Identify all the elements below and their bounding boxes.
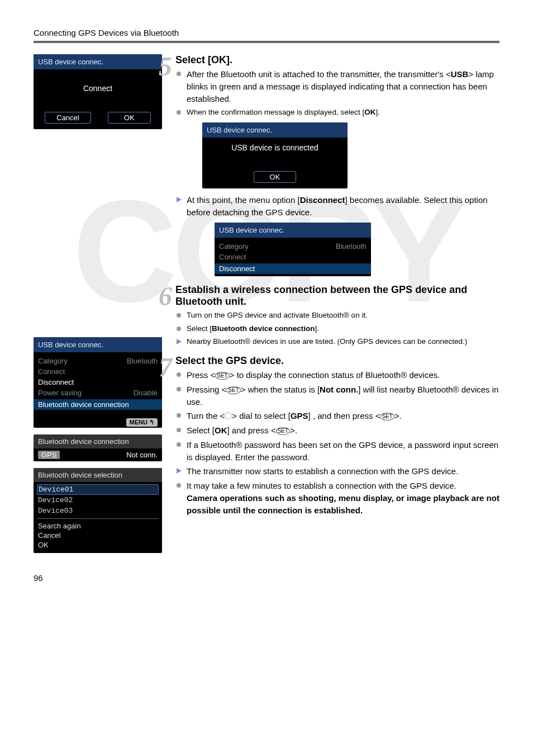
- screen2-highlight[interactable]: Bluetooth device connection: [38, 400, 129, 409]
- camera-screen-connect: USB device connec. Connect Cancel OK: [34, 54, 162, 129]
- screen1-ok-button[interactable]: OK: [108, 112, 151, 124]
- inset2-row0-value: Bluetooth: [336, 242, 367, 251]
- set-icon: SET: [215, 372, 229, 380]
- step5-heading: Select [OK].: [175, 54, 499, 66]
- step7-bullet-4: Select [OK] and press <SET>.: [185, 424, 499, 437]
- camera-screen-bt-connection: Bluetooth device connection GPS Not conn…: [34, 434, 162, 461]
- screen2-row1-label: Connect: [38, 367, 65, 376]
- step7-heading: Select the GPS device.: [175, 355, 499, 367]
- step6-heading: Establish a wireless connection between …: [175, 284, 499, 308]
- device-item-2[interactable]: Device03: [34, 505, 162, 516]
- screen3-title: Bluetooth device connection: [34, 434, 162, 448]
- step6-bullet-1: Turn on the GPS device and activate Blue…: [185, 310, 499, 321]
- inset2-highlight[interactable]: Disconnect: [219, 264, 255, 273]
- page-number: 96: [34, 573, 499, 583]
- page-header-title: Connecting GPS Devices via Bluetooth: [34, 28, 499, 37]
- step5-bullet-1: After the Bluetooth unit is attached to …: [185, 68, 499, 105]
- step6-bullet-3: Nearby Bluetooth® devices in use are lis…: [185, 336, 499, 347]
- device-separator: [37, 518, 159, 519]
- menu-back-badge[interactable]: MENU ↰: [126, 418, 158, 427]
- screen2-row2-label[interactable]: Disconnect: [38, 378, 74, 386]
- set-icon: SET: [276, 427, 290, 435]
- inset2-row0-label: Category: [219, 242, 249, 251]
- step7-bullet-1: Press <SET> to display the connection st…: [185, 369, 499, 381]
- step7-bullet-3: Turn the <> dial to select [GPS] , and t…: [185, 410, 499, 422]
- screen2-row0-label: Category: [38, 357, 68, 365]
- inset1-message: USB device is connected: [202, 138, 348, 171]
- step7-bullet-5: If a Bluetooth® password has been set on…: [185, 439, 499, 464]
- screen2-row3-value: Disable: [134, 389, 158, 397]
- screen1-title: USB device connec.: [34, 54, 162, 69]
- screen1-cancel-button[interactable]: Cancel: [45, 112, 91, 124]
- cancel-action[interactable]: Cancel: [34, 531, 162, 540]
- inset1-ok-button[interactable]: OK: [254, 171, 297, 183]
- set-icon: SET: [226, 386, 240, 394]
- inset2-row1-label: Connect: [219, 253, 246, 261]
- step-number-7: 7: [149, 355, 175, 379]
- camera-screen-bt-selection: Bluetooth device selection Device01 Devi…: [34, 468, 162, 553]
- inset-usb-connected: USB device connec. USB device is connect…: [202, 122, 348, 188]
- screen4-title: Bluetooth device selection: [34, 468, 162, 482]
- ok-action[interactable]: OK: [34, 540, 162, 550]
- device-item-0[interactable]: Device01: [37, 484, 159, 495]
- search-again-action[interactable]: Search again: [34, 521, 162, 531]
- step5-bullet-3: At this point, the menu option [Disconne…: [185, 194, 499, 219]
- step7-bullet-2: Pressing <SET> when the status is [Not c…: [185, 384, 499, 408]
- screen2-title: USB device connec.: [34, 337, 162, 352]
- screen3-status: Not conn.: [126, 451, 158, 459]
- inset-disconnect-menu: USB device connec. CategoryBluetooth Con…: [215, 223, 371, 276]
- dial-icon: [225, 412, 232, 419]
- screen1-connect-label: Connect: [34, 69, 162, 107]
- step7-bullet-7: It may take a few minutes to establish a…: [185, 480, 499, 516]
- device-item-1[interactable]: Device02: [34, 495, 162, 505]
- header-rule: [34, 41, 499, 43]
- step-number-6: 6: [149, 284, 175, 308]
- step5-bullet-2: When the confirmation message is display…: [185, 107, 499, 118]
- inset2-title: USB device connec.: [215, 223, 371, 238]
- step7-bullet-6: The transmitter now starts to establish …: [185, 465, 499, 478]
- step6-bullet-2: Select [Bluetooth device connection].: [185, 323, 499, 334]
- inset1-title: USB device connec.: [202, 122, 348, 138]
- screen2-row3-label: Power saving: [38, 389, 82, 397]
- camera-screen-usb-menu: USB device connec. CategoryBluetooth Con…: [34, 337, 162, 428]
- screen3-gps-label[interactable]: GPS: [38, 451, 60, 459]
- set-icon: SET: [380, 413, 394, 420]
- step-number-5: 5: [149, 54, 175, 78]
